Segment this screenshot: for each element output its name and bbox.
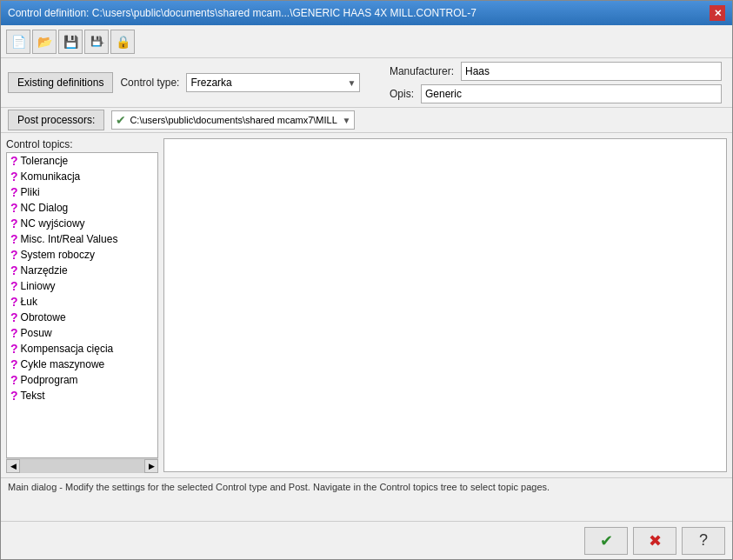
manufacturer-row: Manufacturer: [390, 62, 722, 81]
tree-item-label: Cykle maszynowe [21, 358, 105, 370]
list-item[interactable]: ? Kompensacja cięcia [7, 341, 157, 357]
tree-container[interactable]: ? Tolerancje ? Komunikacja ? Pliki ? NC … [6, 152, 158, 458]
tree-item-label: Pliki [21, 186, 40, 198]
opis-row: Opis: [390, 84, 722, 103]
new-button[interactable]: 📄 [6, 30, 30, 54]
list-item[interactable]: ? System roboczy [7, 247, 157, 263]
lock-button[interactable]: 🔒 [110, 30, 135, 54]
question-icon: ? [10, 357, 18, 371]
opis-label: Opis: [390, 88, 414, 100]
question-icon: ? [10, 217, 18, 230]
right-panel [163, 138, 727, 472]
tree-item-label: Posuw [21, 327, 52, 339]
cancel-button[interactable]: ✖ [633, 527, 676, 555]
tree-item-label: Misc. Int/Real Values [21, 233, 118, 245]
list-item[interactable]: ? Podprogram [7, 372, 157, 388]
post-processors-button[interactable]: Post processors: [8, 110, 104, 130]
dropdown-arrow-icon: ▼ [348, 78, 357, 88]
tree-item-label: Tekst [21, 390, 45, 402]
question-icon: ? [10, 248, 18, 262]
question-icon: ? [10, 342, 18, 356]
question-icon: ? [10, 295, 18, 309]
list-item[interactable]: ? Komunikacja [7, 169, 157, 184]
ok-icon: ✔ [600, 531, 613, 550]
save-as-button[interactable]: 💾+ [84, 30, 109, 54]
list-item[interactable]: ? Narzędzie [7, 263, 157, 278]
control-type-label: Control type: [120, 77, 179, 89]
question-icon: ? [10, 310, 18, 324]
list-item[interactable]: ? Pliki [7, 184, 157, 200]
list-item[interactable]: ? NC Dialog [7, 200, 157, 216]
list-item[interactable]: ? Tolerancje [7, 153, 157, 169]
scroll-right-button[interactable]: ▶ [144, 459, 158, 473]
tree-item-label: NC wyjściowy [21, 217, 85, 230]
question-icon: ? [10, 185, 18, 199]
list-item[interactable]: ? Tekst [7, 388, 157, 403]
toolbar: 📄 📂 💾 💾+ 🔒 [1, 25, 732, 58]
question-icon: ? [10, 389, 18, 403]
help-icon: ? [699, 531, 708, 550]
tree-item-label: Obrotowe [21, 311, 66, 323]
post-processors-row: Post processors: ✔ C:\users\public\docum… [1, 108, 732, 133]
existing-definitions-button[interactable]: Existing definitions [8, 72, 113, 93]
main-window: Control definition: C:\users\public\docu… [0, 0, 733, 560]
manufacturer-label: Manufacturer: [390, 65, 454, 77]
question-icon: ? [10, 373, 18, 387]
list-item[interactable]: ? Posuw [7, 325, 157, 341]
help-button[interactable]: ? [682, 527, 725, 555]
save-button[interactable]: 💾 [58, 30, 83, 54]
question-icon: ? [10, 201, 18, 215]
open-button[interactable]: 📂 [32, 30, 57, 54]
top-controls-row: Existing definitions Control type: Freza… [1, 58, 732, 108]
status-text: Main dialog - Modify the settings for th… [8, 482, 550, 492]
control-topics-label: Control topics: [6, 138, 158, 150]
title-bar: Control definition: C:\users\public\docu… [1, 1, 732, 25]
list-item[interactable]: ? Łuk [7, 294, 157, 310]
tree-item-label: Kompensacja cięcia [21, 343, 114, 355]
tree-item-label: System roboczy [21, 249, 95, 261]
cancel-icon: ✖ [649, 531, 662, 550]
opis-input[interactable] [421, 84, 722, 103]
question-icon: ? [10, 279, 18, 293]
list-item[interactable]: ? NC wyjściowy [7, 216, 157, 231]
tree-item-label: Narzędzie [21, 264, 68, 277]
tree-item-label: Łuk [21, 296, 37, 308]
control-type-dropdown[interactable]: Frezarka ▼ [186, 73, 360, 92]
left-panel: Control topics: ? Tolerancje ? Komunikac… [6, 138, 158, 472]
status-bar: Main dialog - Modify the settings for th… [1, 477, 732, 521]
question-icon: ? [10, 154, 18, 168]
tree-item-label: Komunikacja [21, 170, 81, 183]
list-item[interactable]: ? Misc. Int/Real Values [7, 231, 157, 247]
list-item[interactable]: ? Liniowy [7, 278, 157, 294]
path-dropdown-arrow-icon: ▼ [342, 116, 350, 125]
horizontal-scrollbar[interactable]: ◀ ▶ [6, 458, 158, 472]
manufacturer-input[interactable] [461, 62, 722, 81]
tree-item-label: Liniowy [21, 280, 56, 292]
tree-item-label: Podprogram [21, 374, 78, 386]
list-item[interactable]: ? Cykle maszynowe [7, 357, 157, 372]
path-dropdown[interactable]: ✔ C:\users\public\documents\shared mcamx… [111, 110, 355, 130]
path-check-icon: ✔ [116, 113, 126, 127]
tree-item-label: Tolerancje [21, 155, 69, 167]
scroll-left-button[interactable]: ◀ [6, 459, 20, 473]
list-item[interactable]: ? Obrotowe [7, 310, 157, 325]
bottom-bar: ✔ ✖ ? [1, 521, 732, 559]
question-icon: ? [10, 232, 18, 246]
question-icon: ? [10, 263, 18, 277]
close-button[interactable]: ✕ [710, 5, 725, 21]
control-type-value: Frezarka [190, 77, 231, 89]
scroll-track[interactable] [20, 459, 144, 473]
tree-item-label: NC Dialog [21, 202, 69, 214]
ok-button[interactable]: ✔ [584, 527, 628, 555]
path-value: C:\users\public\documents\shared mcamx7\… [130, 115, 337, 125]
right-fields: Manufacturer: Opis: [390, 62, 725, 103]
question-icon: ? [10, 326, 18, 340]
window-title: Control definition: C:\users\public\docu… [8, 7, 476, 19]
main-content: Control topics: ? Tolerancje ? Komunikac… [1, 133, 732, 477]
question-icon: ? [10, 170, 18, 183]
